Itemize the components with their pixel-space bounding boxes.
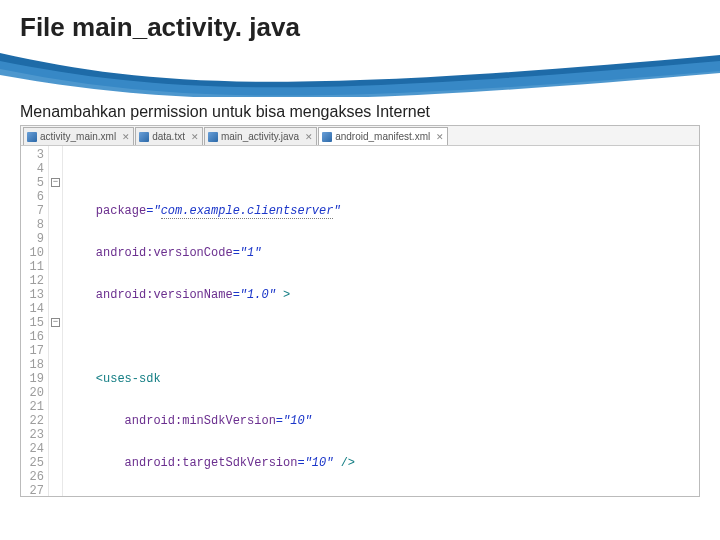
close-icon[interactable]: ✕ bbox=[191, 130, 199, 144]
line-number: 6 bbox=[21, 190, 44, 204]
line-number: 5 bbox=[21, 176, 44, 190]
line-number: 13 bbox=[21, 288, 44, 302]
line-number: 3 bbox=[21, 148, 44, 162]
line-number-gutter: 3456789101112131415161718192021222324252… bbox=[21, 146, 49, 497]
line-number: 21 bbox=[21, 400, 44, 414]
highlighted-line bbox=[63, 470, 699, 484]
editor-tabs: activity_main.xml ✕ data.txt ✕ main_acti… bbox=[21, 126, 699, 146]
line-number: 22 bbox=[21, 414, 44, 428]
line-number: 8 bbox=[21, 218, 44, 232]
line-number: 7 bbox=[21, 204, 44, 218]
tab-label: data.txt bbox=[152, 130, 185, 144]
line-number: 23 bbox=[21, 428, 44, 442]
tab-activity-main-xml[interactable]: activity_main.xml ✕ bbox=[23, 127, 134, 145]
line-number: 19 bbox=[21, 372, 44, 386]
line-number: 27 bbox=[21, 484, 44, 497]
line-number: 14 bbox=[21, 302, 44, 316]
line-number: 15 bbox=[21, 316, 44, 330]
line-number: 20 bbox=[21, 386, 44, 400]
code-content[interactable]: package="com.example.clientserver" andro… bbox=[63, 146, 699, 497]
line-number: 24 bbox=[21, 442, 44, 456]
close-icon[interactable]: ✕ bbox=[436, 130, 444, 144]
line-number: 9 bbox=[21, 232, 44, 246]
subtitle-text: Menambahkan permission untuk bisa mengak… bbox=[0, 103, 720, 125]
code-editor: activity_main.xml ✕ data.txt ✕ main_acti… bbox=[20, 125, 700, 497]
line-number: 17 bbox=[21, 344, 44, 358]
file-icon bbox=[322, 132, 332, 142]
tab-data-txt[interactable]: data.txt ✕ bbox=[135, 127, 203, 145]
decorative-swoosh bbox=[0, 49, 720, 97]
file-icon bbox=[139, 132, 149, 142]
file-icon bbox=[208, 132, 218, 142]
tab-label: activity_main.xml bbox=[40, 130, 116, 144]
tab-android-manifest-xml[interactable]: android_manifest.xml ✕ bbox=[318, 127, 448, 145]
line-number: 11 bbox=[21, 260, 44, 274]
line-number: 12 bbox=[21, 274, 44, 288]
line-number: 26 bbox=[21, 470, 44, 484]
line-number: 16 bbox=[21, 330, 44, 344]
file-icon bbox=[27, 132, 37, 142]
tab-main-activity-java[interactable]: main_activity.java ✕ bbox=[204, 127, 317, 145]
fold-toggle-icon[interactable]: − bbox=[51, 318, 60, 327]
line-number: 18 bbox=[21, 358, 44, 372]
line-number: 25 bbox=[21, 456, 44, 470]
close-icon[interactable]: ✕ bbox=[305, 130, 313, 144]
fold-toggle-icon[interactable]: − bbox=[51, 178, 60, 187]
tab-label: android_manifest.xml bbox=[335, 130, 430, 144]
line-number: 10 bbox=[21, 246, 44, 260]
fold-column: − − bbox=[49, 146, 63, 497]
tab-label: main_activity.java bbox=[221, 130, 299, 144]
line-number: 4 bbox=[21, 162, 44, 176]
close-icon[interactable]: ✕ bbox=[122, 130, 130, 144]
page-title: File main_activity. java bbox=[20, 12, 700, 43]
